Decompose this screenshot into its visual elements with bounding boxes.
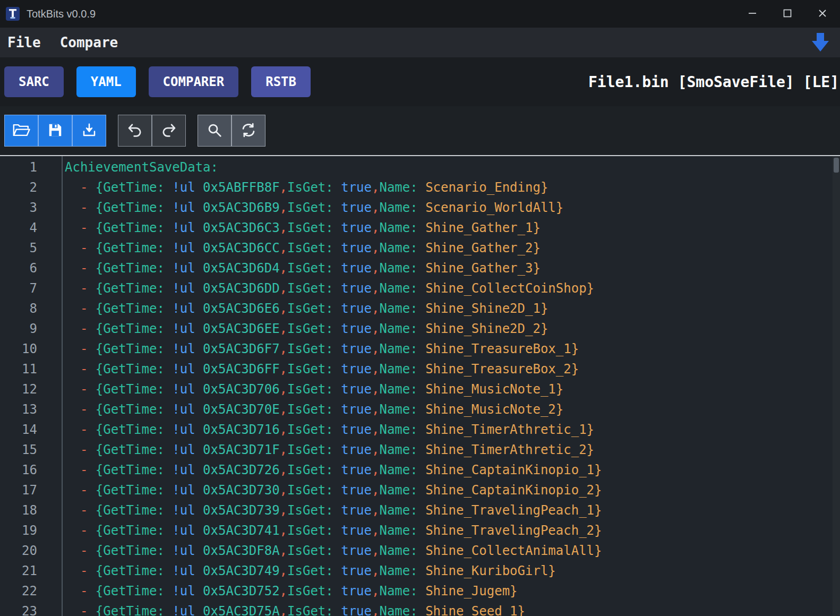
line-number: 17 xyxy=(0,480,37,500)
window-title: TotkBits v0.0.9 xyxy=(27,8,96,20)
line-number: 15 xyxy=(0,440,37,460)
menu-item-file[interactable]: File xyxy=(7,35,41,50)
close-button[interactable] xyxy=(805,0,840,28)
line-number: 2 xyxy=(0,177,37,198)
tab-sarc[interactable]: SARC xyxy=(4,66,64,97)
code-line: - {GetTime: !ul 0x5AC3D739,IsGet: true,N… xyxy=(65,500,840,520)
download-icon xyxy=(81,122,97,140)
yaml-editor: 1234567891011121314151617181920212223 Ac… xyxy=(0,155,840,616)
code-line: - {GetTime: !ul 0x5AC3D749,IsGet: true,N… xyxy=(65,561,840,581)
app-icon xyxy=(5,6,20,21)
tab-yaml[interactable]: YAML xyxy=(76,66,136,97)
tab-row: SARCYAMLCOMPARERRSTB File1.bin [SmoSaveF… xyxy=(0,57,840,106)
line-number: 1 xyxy=(0,157,37,177)
code-line: - {GetTime: !ul 0x5AC3D706,IsGet: true,N… xyxy=(65,379,840,399)
folder-open-icon xyxy=(12,122,30,140)
save-icon xyxy=(47,122,63,140)
replace-button[interactable] xyxy=(232,115,265,147)
open-file-label: File1.bin [SmoSaveFile] [LE] xyxy=(588,73,840,91)
line-number: 6 xyxy=(0,258,37,278)
window-controls xyxy=(735,0,840,28)
line-number: 12 xyxy=(0,379,37,399)
line-number: 9 xyxy=(0,319,37,339)
code-line: - {GetTime: !ul 0x5ABFFB8F,IsGet: true,N… xyxy=(65,177,840,198)
open-file-button[interactable] xyxy=(4,115,38,147)
menubar: File Compare xyxy=(0,28,840,57)
line-number: 10 xyxy=(0,339,37,359)
code-line: AchievementSaveData: xyxy=(65,157,840,177)
editor-scrollbar[interactable] xyxy=(833,156,840,616)
line-number: 7 xyxy=(0,278,37,298)
line-number: 23 xyxy=(0,601,37,616)
line-number: 4 xyxy=(0,218,37,238)
titlebar: TotkBits v0.0.9 xyxy=(0,0,840,28)
line-number: 8 xyxy=(0,298,37,319)
menu-item-compare[interactable]: Compare xyxy=(60,35,118,50)
close-icon xyxy=(818,8,827,20)
line-number: 3 xyxy=(0,198,37,218)
code-line: - {GetTime: !ul 0x5AC3D726,IsGet: true,N… xyxy=(65,460,840,480)
tab-comparer[interactable]: COMPARER xyxy=(149,66,239,97)
line-number: 14 xyxy=(0,420,37,440)
maximize-button[interactable] xyxy=(770,0,805,28)
code-line: - {GetTime: !ul 0x5AC3D6DD,IsGet: true,N… xyxy=(65,278,840,298)
code-line: - {GetTime: !ul 0x5AC3D6B9,IsGet: true,N… xyxy=(65,198,840,218)
search-icon xyxy=(207,122,222,140)
code-line: - {GetTime: !ul 0x5AC3D75A,IsGet: true,N… xyxy=(65,601,840,616)
line-number: 16 xyxy=(0,460,37,480)
code-line: - {GetTime: !ul 0x5AC3D6F7,IsGet: true,N… xyxy=(65,339,840,359)
line-number: 11 xyxy=(0,359,37,379)
code-line: - {GetTime: !ul 0x5AC3D70E,IsGet: true,N… xyxy=(65,399,840,420)
line-number-gutter: 1234567891011121314151617181920212223 xyxy=(0,156,63,616)
redo-icon xyxy=(160,123,177,139)
toolbar-group-find xyxy=(198,115,265,147)
minimize-button[interactable] xyxy=(735,0,770,28)
scrollbar-thumb[interactable] xyxy=(834,158,839,173)
line-number: 21 xyxy=(0,561,37,581)
download-arrow-icon[interactable] xyxy=(810,32,830,53)
code-line: - {GetTime: !ul 0x5AC3D6D4,IsGet: true,N… xyxy=(65,258,840,278)
code-line: - {GetTime: !ul 0x5AC3D6C3,IsGet: true,N… xyxy=(65,218,840,238)
undo-button[interactable] xyxy=(118,115,152,147)
line-number: 13 xyxy=(0,399,37,420)
toolbar-group-history xyxy=(118,115,186,147)
line-number: 18 xyxy=(0,500,37,520)
code-line: - {GetTime: !ul 0x5AC3D6E6,IsGet: true,N… xyxy=(65,298,840,319)
search-button[interactable] xyxy=(198,115,232,147)
line-number: 22 xyxy=(0,581,37,601)
undo-icon xyxy=(126,123,143,139)
code-line: - {GetTime: !ul 0x5AC3D6CC,IsGet: true,N… xyxy=(65,238,840,258)
code-line: - {GetTime: !ul 0x5AC3D716,IsGet: true,N… xyxy=(65,420,840,440)
code-content[interactable]: AchievementSaveData: - {GetTime: !ul 0x5… xyxy=(63,156,840,616)
code-line: - {GetTime: !ul 0x5AC3D6EE,IsGet: true,N… xyxy=(65,319,840,339)
code-line: - {GetTime: !ul 0x5AC3D741,IsGet: true,N… xyxy=(65,520,840,541)
code-line: - {GetTime: !ul 0x5AC3D6FF,IsGet: true,N… xyxy=(65,359,840,379)
code-line: - {GetTime: !ul 0x5AC3DF8A,IsGet: true,N… xyxy=(65,541,840,561)
code-line: - {GetTime: !ul 0x5AC3D71F,IsGet: true,N… xyxy=(65,440,840,460)
toolbar xyxy=(0,106,840,155)
tab-bar: SARCYAMLCOMPARERRSTB xyxy=(4,66,323,97)
redo-button[interactable] xyxy=(152,115,186,147)
tab-rstb[interactable]: RSTB xyxy=(251,66,311,97)
save-as-button[interactable] xyxy=(72,115,106,147)
replace-icon xyxy=(240,122,257,140)
minimize-icon xyxy=(748,8,757,20)
code-line: - {GetTime: !ul 0x5AC3D752,IsGet: true,N… xyxy=(65,581,840,601)
code-line: - {GetTime: !ul 0x5AC3D730,IsGet: true,N… xyxy=(65,480,840,500)
toolbar-group-file xyxy=(4,115,106,147)
line-number: 20 xyxy=(0,541,37,561)
line-number: 5 xyxy=(0,238,37,258)
save-button[interactable] xyxy=(38,115,72,147)
line-number: 19 xyxy=(0,520,37,541)
maximize-icon xyxy=(783,8,792,20)
